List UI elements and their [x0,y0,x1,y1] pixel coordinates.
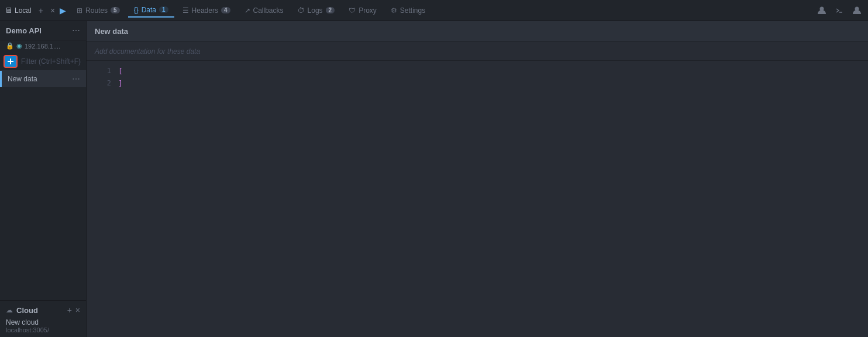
lock-icon: 🔒 [6,42,14,50]
line-content-1: [ [118,66,123,78]
close-cloud-button[interactable]: × [75,305,80,315]
account-button[interactable] [850,4,863,17]
callbacks-label: Callbacks [253,6,284,15]
editor-title-bar: New data [87,21,868,42]
monitor-icon: 🖥 [5,6,12,15]
line-content-2: ] [118,78,123,90]
cloud-icon: ☁ [6,306,13,314]
routes-badge: 5 [111,7,120,13]
headers-icon: ☰ [182,6,189,15]
terminal-button[interactable] [833,4,846,17]
top-nav: 🖥 Local + × ▶ ⊞ Routes 5 {} Data 1 ☰ Hea… [0,0,868,21]
local-label: Local [15,6,32,15]
data-badge: 1 [159,6,168,13]
sidebar: Demo API ⋯ 🔒 ◉ 192.168.1.... New data [0,21,87,337]
logs-badge: 2 [326,7,335,13]
headers-label: Headers [192,6,218,15]
logs-icon: ⏱ [298,6,305,15]
sidebar-cloud-header: ☁ Cloud + × [6,304,80,317]
editor-title: New data [95,27,128,36]
api-address-row: 🔒 ◉ 192.168.1.... [0,40,86,53]
editor-doc-bar[interactable]: Add documentation for these data [87,42,868,61]
code-line-2: 2 ] [87,78,868,90]
tab-proxy[interactable]: 🛡 Proxy [343,4,383,17]
add-data-button[interactable] [4,55,18,68]
settings-label: Settings [400,6,425,15]
tab-settings[interactable]: ⚙ Settings [385,4,431,17]
sidebar-api-header: Demo API ⋯ [0,21,86,40]
close-env-button[interactable]: × [48,5,57,16]
sidebar-more-button[interactable]: ⋯ [72,26,80,35]
line-num-1: 1 [95,66,111,77]
routes-icon: ⊞ [77,6,82,15]
sidebar-list: New data ⋯ [0,71,86,300]
tab-routes[interactable]: ⊞ Routes 5 [71,4,126,17]
editor-area: New data Add documentation for these dat… [87,21,868,337]
network-icon: ◉ [16,42,22,50]
list-item[interactable]: New data ⋯ [0,71,86,87]
add-cloud-button[interactable]: + [67,305,72,315]
proxy-label: Proxy [359,6,377,15]
sidebar-api-name: Demo API [6,26,68,35]
nav-right [815,4,863,17]
cloud-label: Cloud [16,306,64,315]
play-button[interactable]: ▶ [60,6,66,15]
api-address: 192.168.1.... [25,43,60,50]
headers-badge: 4 [221,7,230,13]
item-label: New data [8,75,72,83]
local-env: 🖥 Local [5,6,32,15]
proxy-icon: 🛡 [349,6,356,15]
data-label: Data [142,6,156,14]
settings-icon: ⚙ [391,6,397,15]
sidebar-add-row [0,53,86,71]
cloud-item: New cloud localhost:3005/ [6,317,80,335]
doc-placeholder: Add documentation for these data [95,47,200,56]
code-line-1: 1 [ [87,66,868,78]
add-env-button[interactable]: + [36,5,46,16]
routes-label: Routes [85,6,108,15]
data-icon: {} [134,6,139,14]
svg-rect-4 [8,61,13,62]
line-num-2: 2 [95,78,111,89]
callbacks-icon: ↗ [244,6,250,15]
sidebar-cloud-section: ☁ Cloud + × New cloud localhost:3005/ [0,300,86,337]
logs-label: Logs [308,6,323,15]
tab-callbacks[interactable]: ↗ Callbacks [239,4,290,17]
user-icon-button[interactable] [815,4,828,17]
tab-data[interactable]: {} Data 1 [128,4,174,18]
cloud-item-name: New cloud [6,318,80,326]
main-content: Demo API ⋯ 🔒 ◉ 192.168.1.... New data [0,21,868,337]
sidebar-local-section: Demo API ⋯ 🔒 ◉ 192.168.1.... New data [0,21,86,300]
tab-logs[interactable]: ⏱ Logs 2 [292,4,341,17]
item-more-button[interactable]: ⋯ [72,74,80,84]
tab-headers[interactable]: ☰ Headers 4 [177,4,236,17]
editor-code[interactable]: 1 [ 2 ] [87,61,868,337]
cloud-item-url: localhost:3005/ [6,326,80,333]
